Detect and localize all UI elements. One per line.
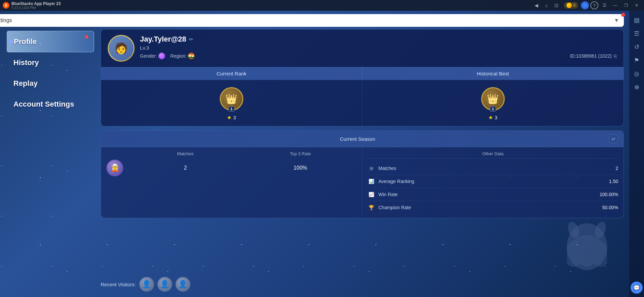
main-area: ❮ Profile ⚙ Settings ▼ ▤ ☰ ↺ ⚑ ◎ ⊕ 💬 Pro… <box>0 11 644 297</box>
nav-item-account-settings[interactable]: Account Settings <box>7 94 94 115</box>
restore-btn[interactable]: ❐ <box>621 2 631 9</box>
stat-row-matches: ⊞ Matches 2 <box>368 162 618 175</box>
id-label: ID:10386961 (1022) <box>570 53 612 59</box>
avatar-ring: 🧑 <box>108 35 135 62</box>
left-navigation: Profile History Replay Account Settings <box>7 31 94 115</box>
win-rate-value: 100.00% <box>600 192 618 197</box>
sidebar-icon-5[interactable]: ◎ <box>631 68 643 80</box>
nav-notification-dot <box>85 35 88 39</box>
historical-rank-header: Historical Best <box>362 67 624 80</box>
flag-icon: 🇮🇳 <box>188 53 195 59</box>
champion-rate-label: Champion Rate <box>379 205 599 210</box>
sidebar-icon-6[interactable]: ⊕ <box>631 81 643 93</box>
win-rate-icon: 📈 <box>368 191 375 198</box>
gender-icon: ♀ <box>158 53 165 59</box>
avatar[interactable]: 🧑 <box>109 36 134 61</box>
stats-left-header: Matches Top 3 Rate <box>106 151 357 156</box>
sidebar-icon-2[interactable]: ☰ <box>631 27 643 40</box>
current-rank-star-count: 3 <box>233 115 236 120</box>
nav-label-account-settings: Account Settings <box>13 100 74 108</box>
matches-value: 2 <box>129 165 242 171</box>
star-icon: ★ <box>227 114 232 121</box>
coin-icon <box>566 3 572 8</box>
stats-body: Matches Top 3 Rate 🧝 2 100% Other Data ⊞… <box>101 147 624 218</box>
matches-label: Matches <box>379 166 612 171</box>
current-rank-header: Current Rank <box>101 67 362 80</box>
current-rank-display: 1 ★ 3 <box>101 80 362 126</box>
nav-item-history[interactable]: History <box>7 52 94 73</box>
gender-label: Gender: <box>140 53 157 59</box>
champion-rate-icon: 🏆 <box>368 204 375 211</box>
user-id: ID:10386961 (1022) ⎘ <box>570 53 617 59</box>
close-btn[interactable]: ✕ <box>632 2 641 9</box>
settings-notification-dot <box>621 13 625 17</box>
profile-content: 🧑 Jay.Tyler@28 ✏ Lv.3 Gender: ♀ <box>101 29 624 290</box>
coins-display[interactable]: 0 <box>564 2 578 9</box>
matches-col-label: Matches <box>129 151 242 156</box>
region-label: Region: <box>170 53 187 59</box>
avg-ranking-label: Average Ranking <box>379 179 606 184</box>
help-icon[interactable]: ? <box>590 1 598 9</box>
character-avatar[interactable]: 🧝 <box>106 160 123 176</box>
other-data-header: Other Data <box>368 151 618 159</box>
sidebar-icon-4[interactable]: ⚑ <box>631 54 643 66</box>
visitors-label: Recent Visitors: <box>101 282 136 287</box>
historical-rank-star-count: 3 <box>495 115 497 120</box>
sidebar-icon-1[interactable]: ▤ <box>631 14 643 26</box>
rank-headers: Current Rank Historical Best <box>101 67 624 80</box>
app-name: BlueStacks App Player 23 5.22.0.1102 P64 <box>11 1 529 10</box>
stats-toggle-btn[interactable]: ⇄ <box>609 134 618 143</box>
current-rank-number: 1 <box>229 106 235 112</box>
top3-rate-value: 100% <box>244 165 357 171</box>
user-info-section: 🧑 Jay.Tyler@28 ✏ Lv.3 Gender: ♀ <box>101 29 624 67</box>
settings-button[interactable]: ⚙ Settings ▼ <box>0 14 624 27</box>
menu-btn[interactable]: ☰ <box>600 2 609 9</box>
avg-ranking-value: 1.50 <box>609 179 618 184</box>
gender-info: Gender: ♀ <box>140 53 165 59</box>
historical-rank-display: 1 ★ 3 <box>362 80 624 126</box>
copy-icon[interactable]: ⎘ <box>614 53 617 59</box>
top3-col-label: Top 3 Rate <box>244 151 357 156</box>
sidebar-icon-3[interactable]: ↺ <box>631 41 643 53</box>
season-header: Current Season ⇄ <box>101 131 624 147</box>
stat-row-win-rate: 📈 Win Rate 100.00% <box>368 188 618 201</box>
back-nav-btn[interactable]: ◀ <box>532 1 541 9</box>
user-meta: Gender: ♀ Region: 🇮🇳 ID:10386961 (1022) … <box>140 53 617 59</box>
bluefire-icon[interactable] <box>581 1 589 9</box>
nav-item-profile[interactable]: Profile <box>7 31 94 52</box>
matches-stat-value: 2 <box>615 166 618 171</box>
profile-card: 🧑 Jay.Tyler@28 ✏ Lv.3 Gender: ♀ <box>101 29 624 126</box>
stats-left: Matches Top 3 Rate 🧝 2 100% <box>101 147 362 218</box>
save-nav-btn[interactable]: ⊡ <box>552 1 561 9</box>
username-row: Jay.Tyler@28 ✏ <box>140 35 617 44</box>
stat-row-champion-rate: 🏆 Champion Rate 50.00% <box>368 201 618 214</box>
nav-label-history: History <box>13 58 39 67</box>
nav-item-replay[interactable]: Replay <box>7 73 94 94</box>
user-level: Lv.3 <box>140 45 617 51</box>
settings-label: Settings <box>0 17 611 23</box>
champion-rate-value: 50.00% <box>602 205 618 210</box>
right-sidebar: ▤ ☰ ↺ ⚑ ◎ ⊕ 💬 <box>629 11 644 297</box>
window-controls: ☰ — ❐ ✕ <box>600 2 641 9</box>
edit-icon[interactable]: ✏ <box>189 36 193 43</box>
current-rank-badge: 1 <box>218 85 245 112</box>
current-rank-stars: ★ 3 <box>227 114 236 121</box>
recent-visitors: Recent Visitors: 👤 👤 👤 <box>101 277 190 292</box>
chat-button[interactable]: 💬 <box>631 282 643 294</box>
visitor-avatar-3[interactable]: 👤 <box>176 277 190 292</box>
chevron-down-icon: ▼ <box>614 17 619 23</box>
win-rate-label: Win Rate <box>379 192 596 197</box>
coin-count: 0 <box>573 3 576 8</box>
stats-row: 🧝 2 100% <box>106 160 357 176</box>
season-title: Current Season <box>106 136 609 142</box>
star-icon-hist: ★ <box>488 114 493 121</box>
home-nav-btn[interactable]: ⌂ <box>542 1 551 9</box>
visitor-avatar-1[interactable]: 👤 <box>139 277 154 292</box>
titlebar-nav: ◀ ⌂ ⊡ <box>532 1 561 9</box>
minimize-btn[interactable]: — <box>610 2 620 9</box>
visitor-avatar-2[interactable]: 👤 <box>157 277 172 292</box>
username: Jay.Tyler@28 <box>140 35 186 44</box>
app-icon: B <box>3 2 9 9</box>
historical-rank-badge: 1 <box>480 85 506 112</box>
stats-right: Other Data ⊞ Matches 2 📊 Average Ranking… <box>362 147 624 218</box>
